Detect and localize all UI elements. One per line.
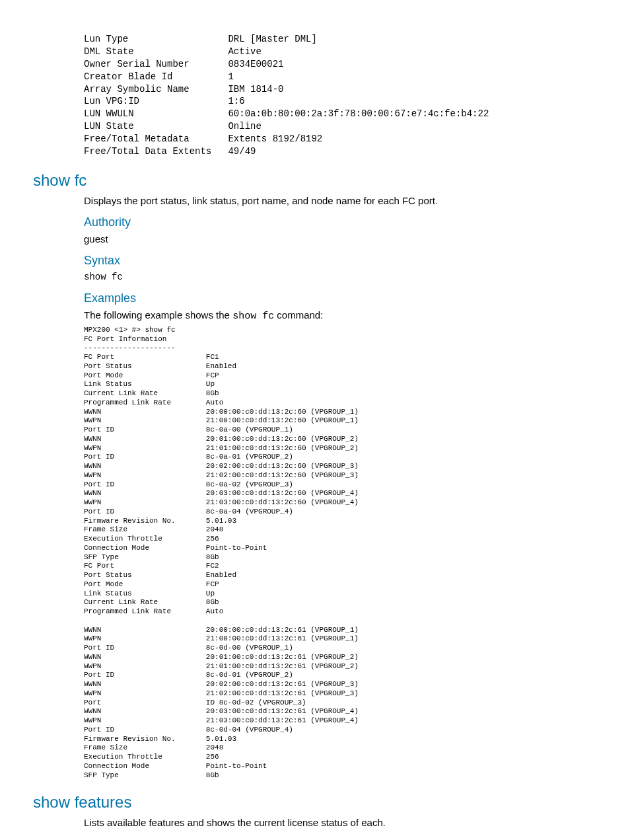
syntax-heading: Syntax: [84, 254, 597, 268]
examples-intro-pre: The following example shows the: [84, 309, 232, 321]
lun-info-block: Lun Type DRL [Master DML] DML State Acti…: [84, 33, 597, 158]
show-fc-example-output: MPX200 <1> #> show fc FC Port Informatio…: [84, 326, 597, 781]
syntax-value: show fc: [84, 272, 597, 282]
authority-value: guest: [84, 233, 597, 245]
examples-heading: Examples: [84, 291, 597, 305]
authority-heading: Authority: [84, 215, 597, 229]
examples-intro-code: show fc: [232, 311, 274, 322]
section-show-fc: show fc: [33, 171, 597, 190]
examples-intro: The following example shows the show fc …: [84, 309, 597, 322]
show-fc-description: Displays the port status, link status, p…: [84, 195, 597, 206]
examples-intro-post: command:: [274, 309, 323, 321]
show-features-description: Lists available features and shows the c…: [84, 817, 597, 828]
section-show-features: show features: [33, 793, 597, 812]
